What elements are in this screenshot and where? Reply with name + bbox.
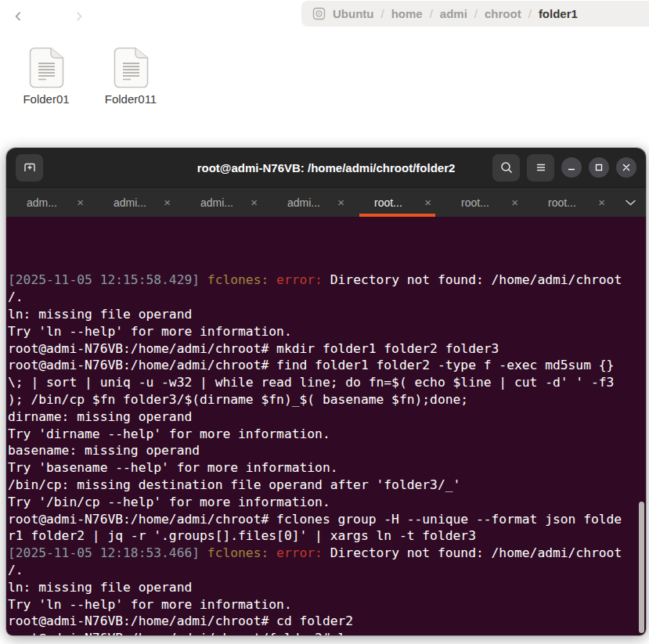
breadcrumb-separator: /	[380, 7, 384, 20]
terminal-line: root@admi-N76VB:/home/admi/chroot# cd fo…	[8, 613, 646, 630]
terminal-tab-4[interactable]: admi...×	[267, 188, 354, 217]
breadcrumb-item-admi[interactable]: admi	[440, 7, 467, 20]
tab-close-icon[interactable]: ×	[421, 195, 434, 210]
breadcrumb-separator: /	[474, 7, 478, 20]
forward-icon: ›	[76, 5, 83, 25]
terminal-tab-5[interactable]: root...×	[354, 188, 441, 217]
minimize-icon	[567, 163, 576, 172]
file-label: Folder01	[23, 92, 69, 106]
tab-label: root...	[461, 196, 489, 209]
tab-close-icon[interactable]: ×	[334, 195, 348, 210]
tab-list-chevron-down-icon[interactable]	[615, 188, 646, 217]
breadcrumb-item-folder1[interactable]: folder1	[539, 7, 578, 20]
terminal-tab-3[interactable]: admi...×	[180, 188, 267, 217]
terminal-line: Try 'basename --help' for more informati…	[8, 459, 646, 477]
new-tab-button[interactable]	[16, 154, 43, 182]
search-button[interactable]	[492, 154, 520, 182]
terminal-line: /bin/cp: missing destination file operan…	[8, 477, 646, 494]
breadcrumb: Ubuntu/home/admi/chroot/folder1	[301, 1, 649, 27]
tab-close-icon[interactable]: ×	[247, 195, 261, 210]
terminal-line: dirname: missing operand	[8, 408, 646, 426]
terminal-line: ln: missing file operand	[8, 579, 646, 596]
terminal-line: root@admi-N76VB:/home/admi/chroot# mkdir…	[8, 340, 646, 358]
tab-label: admi...	[200, 196, 233, 209]
tab-close-icon[interactable]: ×	[160, 195, 174, 210]
terminal-line: [2025-11-05 12:15:58.429] fclones: error…	[8, 272, 646, 289]
tab-close-icon[interactable]: ×	[74, 195, 87, 210]
file-item-folder01[interactable]: Folder01	[11, 47, 81, 106]
file-grid: Folder01Folder011	[11, 47, 166, 106]
terminal-titlebar[interactable]: root@admi-N76VB: /home/admi/chroot/folde…	[6, 148, 646, 187]
tab-label: admi...	[114, 196, 146, 209]
close-button[interactable]	[616, 157, 636, 178]
terminal-line: basename: missing operand	[8, 442, 646, 459]
new-tab-icon	[23, 160, 37, 174]
terminal-line: /.	[8, 289, 646, 306]
drive-icon	[312, 7, 326, 20]
terminal-line: r1 folder2 | jq -r '.groups[].files[0]' …	[8, 527, 646, 545]
search-icon	[499, 160, 514, 174]
text-file-icon	[29, 47, 64, 88]
terminal-line: ln: missing file operand	[8, 306, 646, 323]
hamburger-menu-icon	[534, 160, 548, 174]
terminal-tab-bar: adm...×admi...×admi...×admi...×root...×r…	[6, 187, 646, 217]
breadcrumb-item-home[interactable]: home	[391, 7, 423, 20]
terminal-line: ); /bin/cp $fn folder3/$(dirname $fn)_$(…	[8, 391, 646, 408]
tab-label: admi...	[287, 196, 320, 209]
terminal-line: root@admi-N76VB:/home/admi/chroot/folder…	[8, 630, 646, 635]
terminal-tab-2[interactable]: admi...×	[93, 188, 180, 217]
terminal-window: root@admi-N76VB: /home/admi/chroot/folde…	[6, 148, 646, 635]
terminal-line: [2025-11-05 12:18:53.466] fclones: error…	[8, 545, 646, 562]
terminal-line: Try 'ln --help' for more information.	[8, 596, 646, 613]
breadcrumb-separator: /	[430, 7, 433, 20]
terminal-line: Try 'dirname --help' for more informatio…	[8, 426, 646, 443]
text-file-icon	[114, 47, 149, 88]
terminal-tab-6[interactable]: root...×	[441, 188, 528, 217]
terminal-line: Try '/bin/cp --help' for more informatio…	[8, 494, 646, 511]
terminal-tab-7[interactable]: root...×	[528, 188, 615, 217]
tab-close-icon[interactable]: ×	[595, 195, 608, 210]
maximize-button[interactable]	[589, 157, 609, 178]
terminal-line: root@admi-N76VB:/home/admi/chroot# find …	[8, 357, 646, 374]
file-item-folder011[interactable]: Folder011	[96, 47, 166, 106]
terminal-line: root@admi-N76VB:/home/admi/chroot# fclon…	[8, 511, 646, 528]
menu-button[interactable]	[527, 154, 554, 182]
terminal-line: /.	[8, 562, 646, 579]
maximize-icon	[594, 163, 604, 172]
terminal-line: Try 'ln --help' for more information.	[8, 323, 646, 340]
titlebar-controls	[492, 154, 636, 182]
tab-label: root...	[374, 196, 402, 209]
back-button[interactable]: ‹	[5, 2, 31, 28]
breadcrumb-separator: /	[528, 7, 532, 20]
minimize-button[interactable]	[561, 157, 582, 178]
terminal-scrollbar-thumb[interactable]	[639, 502, 644, 633]
close-icon	[622, 163, 631, 172]
back-icon: ‹	[15, 5, 22, 25]
file-label: Folder011	[105, 92, 157, 106]
terminal-tab-1[interactable]: adm...×	[6, 188, 93, 217]
tab-label: adm...	[27, 196, 57, 209]
tab-label: root...	[548, 196, 576, 209]
breadcrumb-item-ubuntu[interactable]: Ubuntu	[333, 7, 373, 20]
terminal-title: root@admi-N76VB: /home/admi/chroot/folde…	[197, 161, 456, 174]
terminal-line: \; | sort | uniq -u -w32 | while read li…	[8, 374, 646, 391]
breadcrumb-item-chroot[interactable]: chroot	[485, 7, 521, 20]
forward-button[interactable]: ›	[66, 2, 92, 28]
tab-close-icon[interactable]: ×	[508, 195, 521, 210]
terminal-output[interactable]: [2025-11-05 12:15:58.429] fclones: error…	[6, 217, 646, 635]
